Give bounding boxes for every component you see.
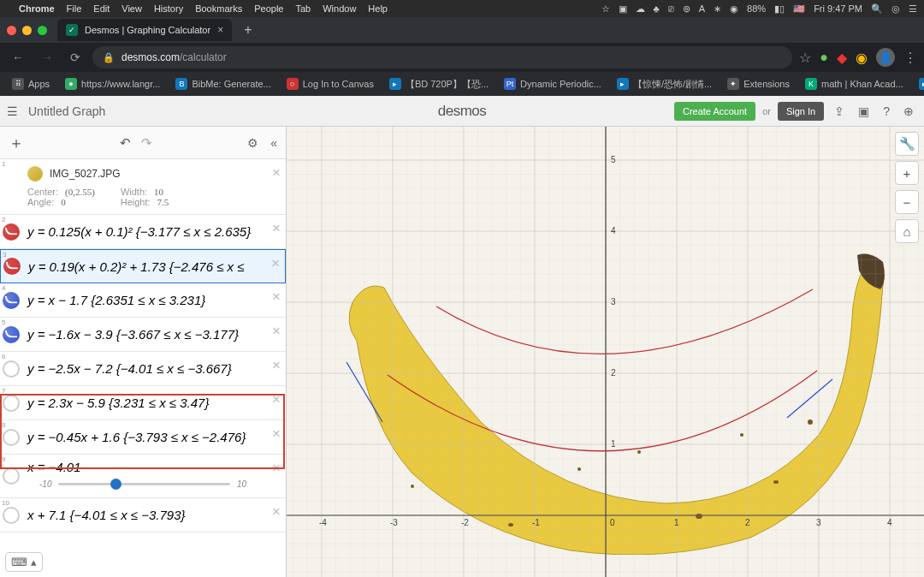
center-value[interactable]: (0,2.55) (65, 187, 95, 197)
bookmark-item[interactable]: BBibMe: Generate... (170, 75, 275, 92)
profile-avatar[interactable]: 👤 (876, 48, 895, 67)
bookmark-item[interactable]: ●https://www.langr... (60, 75, 165, 92)
color-swatch[interactable] (3, 292, 20, 309)
expression-row[interactable]: 4×y = x − 1.7 {2.6351 ≤ x ≤ 3.231} (0, 283, 286, 318)
bookmark-item[interactable]: PtDynamic Periodic... (499, 75, 607, 92)
sign-in-button[interactable]: Sign In (778, 102, 824, 121)
menu-help[interactable]: Help (368, 3, 388, 14)
menu-people[interactable]: People (254, 3, 283, 14)
menu-history[interactable]: History (154, 3, 183, 14)
color-swatch[interactable] (3, 507, 20, 524)
zoom-out-button[interactable]: − (895, 190, 919, 214)
display-icon[interactable]: ⎚ (668, 3, 674, 14)
expression-row[interactable]: 5×y = −1.6x − 3.9 {−3.667 ≤ x ≤ −3.177} (0, 318, 286, 352)
color-swatch[interactable] (3, 258, 21, 275)
tab-close-icon[interactable]: × (217, 24, 223, 36)
share-icon[interactable]: ⇪ (831, 104, 848, 118)
back-button[interactable]: ← (7, 47, 29, 68)
delete-expression-icon[interactable]: × (272, 323, 281, 340)
ext3-icon[interactable]: ◉ (856, 50, 868, 66)
menu-tab[interactable]: Tab (295, 3, 311, 14)
expression-text[interactable]: y = −2.5x − 7.2 {−4.01 ≤ x ≤ −3.667} (22, 361, 232, 376)
ext2-icon[interactable]: ◆ (837, 50, 847, 66)
bookmark-item[interactable]: ✦Extensions (722, 75, 795, 92)
expression-text[interactable]: x + 7.1 {−4.01 ≤ x ≤ −3.793} (22, 508, 186, 522)
status-icon[interactable]: ▣ (619, 3, 627, 15)
bluetooth-icon[interactable]: ∗ (714, 3, 721, 15)
image-expression[interactable]: 1 × IMG_5027.JPG Center:(0,2.55) Width:1… (0, 159, 286, 215)
create-account-button[interactable]: Create Account (674, 102, 755, 121)
zoom-in-button[interactable]: + (895, 161, 919, 185)
color-swatch[interactable] (3, 223, 20, 241)
bell-icon[interactable]: ♣ (654, 3, 660, 14)
wechat-icon[interactable]: ☁ (636, 3, 645, 15)
slider-thumb[interactable] (110, 479, 121, 490)
color-swatch[interactable] (3, 467, 20, 485)
app-name[interactable]: Chrome (19, 3, 55, 14)
height-value[interactable]: 7.5 (157, 197, 169, 207)
expression-row[interactable]: 2×y = 0.125(x + 0.1)² {−3.177 ≤ x ≤ 2.63… (0, 215, 286, 249)
bookmark-star-icon[interactable]: ☆ (799, 50, 811, 66)
menu-file[interactable]: File (67, 3, 82, 14)
chrome-menu-icon[interactable]: ⋮ (903, 50, 917, 66)
graph-panel[interactable]: -4-3-2-101234-112345 🔧 + − ⌂ (287, 127, 924, 577)
url-input[interactable]: 🔒 desmos.com/calculator (92, 46, 792, 68)
control-center-icon[interactable]: ☰ (909, 3, 917, 15)
width-value[interactable]: 10 (154, 187, 163, 197)
expression-row[interactable]: 6×y = −2.5x − 7.2 {−4.01 ≤ x ≤ −3.667} (0, 352, 286, 386)
clock[interactable]: Fri 9:47 PM (814, 3, 862, 14)
wifi-icon[interactable]: ◉ (730, 3, 738, 15)
wifi-alt-icon[interactable]: ⊚ (683, 3, 690, 15)
menu-view[interactable]: View (121, 3, 142, 14)
wrench-button[interactable]: 🔧 (895, 132, 919, 156)
browser-tab[interactable]: ✓ Desmos | Graphing Calculator × (57, 19, 232, 41)
graph-title[interactable]: Untitled Graph (28, 104, 105, 118)
menu-window[interactable]: Window (323, 3, 356, 14)
flag-icon[interactable]: 🇺🇸 (793, 3, 805, 15)
ext1-icon[interactable]: ● (820, 50, 828, 65)
bookmark-item[interactable]: ▸【惊悚/恐怖/剧情... (612, 75, 717, 93)
window-close-button[interactable] (7, 26, 16, 35)
settings-gear-icon[interactable]: ⚙ (247, 136, 258, 150)
globe-icon[interactable]: ⊕ (900, 104, 917, 118)
delete-expression-icon[interactable]: × (271, 255, 280, 272)
help-icon[interactable]: ? (880, 104, 893, 118)
color-swatch[interactable] (3, 326, 20, 343)
delete-expression-icon[interactable]: × (272, 164, 281, 181)
collapse-sidebar-icon[interactable]: « (270, 136, 277, 150)
menu-bookmarks[interactable]: Bookmarks (195, 3, 242, 14)
angle-value[interactable]: 0 (61, 197, 66, 207)
image-thumb[interactable] (27, 166, 43, 181)
delete-expression-icon[interactable]: × (272, 357, 281, 374)
reload-button[interactable]: ⟳ (65, 47, 86, 68)
bookmark-item[interactable]: Kmath | Khan Acad... (800, 75, 909, 92)
ime-icon[interactable]: A (699, 3, 705, 14)
delete-expression-icon[interactable]: × (272, 503, 281, 520)
bookmark-item[interactable]: ⠿Apps (7, 75, 55, 92)
siri-icon[interactable]: ◎ (891, 3, 900, 15)
camera-icon[interactable]: ▣ (855, 104, 873, 118)
window-minimize-button[interactable] (22, 26, 32, 35)
expression-text[interactable]: y = 0.19(x + 0.2)² + 1.73 {−2.476 ≤ x ≤ (23, 259, 244, 274)
spotlight-icon[interactable]: 🔍 (871, 3, 883, 15)
expression-row[interactable]: 3×y = 0.19(x + 0.2)² + 1.73 {−2.476 ≤ x … (0, 249, 286, 283)
bookmark-item[interactable]: ○Log In to Canvas (281, 75, 379, 92)
bookmark-item[interactable]: ▸【1M舞室】基础班... (914, 75, 924, 93)
home-button[interactable]: ⌂ (895, 219, 919, 243)
star-icon[interactable]: ☆ (601, 3, 610, 15)
expression-text[interactable]: y = 0.125(x + 0.1)² {−3.177 ≤ x ≤ 2.635} (22, 224, 251, 239)
expression-text[interactable]: y = x − 1.7 {2.6351 ≤ x ≤ 3.231} (22, 293, 205, 307)
expression-row[interactable]: 10×x + 7.1 {−4.01 ≤ x ≤ −3.793} (0, 498, 286, 532)
undo-button[interactable]: ↶ (120, 135, 131, 151)
menu-edit[interactable]: Edit (93, 3, 110, 14)
delete-expression-icon[interactable]: × (272, 288, 281, 306)
new-tab-button[interactable]: + (239, 21, 257, 39)
lock-icon[interactable]: 🔒 (103, 52, 115, 63)
window-maximize-button[interactable] (38, 26, 47, 35)
keyboard-toggle-button[interactable]: ⌨ ▴ (5, 552, 43, 572)
delete-expression-icon[interactable]: × (272, 220, 281, 237)
color-swatch[interactable] (3, 360, 20, 378)
bookmark-item[interactable]: ▸【BD 720P】【恐... (384, 75, 494, 93)
add-expression-button[interactable]: ＋ (9, 133, 24, 153)
slider-track[interactable] (58, 483, 229, 485)
